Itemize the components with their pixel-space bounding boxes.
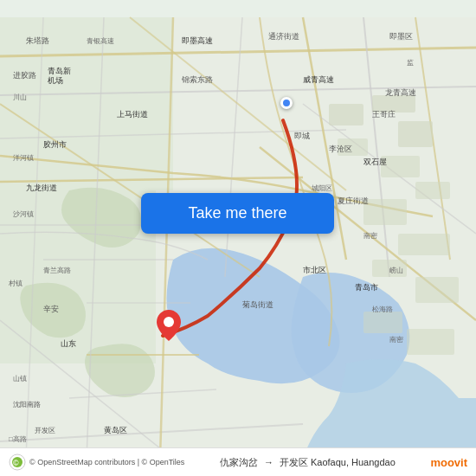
- svg-text:上马街道: 上马街道: [117, 110, 148, 119]
- svg-text:©: ©: [13, 459, 19, 467]
- map-container: 朱塔路 进胶路 川山 青岛新 机场 青银高速 即墨高速 通济街道 即墨区 监 锦…: [0, 0, 476, 476]
- origin-location-pin: [280, 97, 293, 109]
- svg-text:锦索东路: 锦索东路: [181, 75, 213, 84]
- attribution-text: © OpenStreetMap contributors | © OpenTil…: [29, 458, 184, 466]
- svg-rect-32: [398, 234, 450, 255]
- take-me-there-button[interactable]: Take me there: [141, 193, 334, 234]
- svg-text:即墨区: 即墨区: [389, 32, 413, 41]
- svg-text:即城: 即城: [294, 132, 310, 140]
- svg-text:九龙街道: 九龙街道: [26, 183, 57, 192]
- svg-text:□高路: □高路: [9, 435, 27, 443]
- moovit-logo-text: moovit: [430, 456, 467, 469]
- svg-text:朱塔路: 朱塔路: [26, 36, 49, 45]
- svg-text:胶州市: 胶州市: [43, 140, 67, 149]
- svg-rect-30: [415, 182, 450, 199]
- svg-text:监: 监: [407, 59, 414, 67]
- svg-text:即墨高速: 即墨高速: [182, 36, 213, 45]
- svg-text:青岛新: 青岛新: [48, 67, 71, 75]
- svg-text:村镇: 村镇: [8, 280, 23, 287]
- bottom-bar: © © OpenStreetMap contributors | © OpenT…: [0, 447, 476, 476]
- moovit-logo: moovit: [430, 456, 467, 469]
- svg-rect-27: [398, 121, 433, 147]
- svg-rect-35: [363, 312, 402, 333]
- svg-text:菊岛街道: 菊岛街道: [242, 300, 273, 309]
- svg-text:王哥庄: 王哥庄: [372, 110, 396, 119]
- svg-text:洋河镇: 洋河镇: [13, 154, 34, 162]
- svg-text:青兰高路: 青兰高路: [43, 267, 71, 274]
- svg-text:崂山: 崂山: [389, 267, 403, 274]
- map-background: 朱塔路 进胶路 川山 青岛新 机场 青银高速 即墨高速 通济街道 即墨区 监 锦…: [0, 0, 476, 476]
- svg-text:山东: 山东: [61, 339, 76, 348]
- svg-text:南密: 南密: [389, 336, 403, 344]
- svg-text:夏庄街道: 夏庄街道: [338, 196, 369, 205]
- svg-text:辛安: 辛安: [43, 305, 59, 313]
- route-info: 仇家沟岔 → 开发区 Kaofaqu, Huangdao: [220, 456, 396, 469]
- svg-text:进胶路: 进胶路: [13, 71, 36, 80]
- svg-text:青银高速: 青银高速: [87, 37, 114, 45]
- svg-text:沙河镇: 沙河镇: [13, 210, 34, 218]
- destination-pin: [157, 310, 181, 341]
- svg-rect-25: [329, 104, 363, 125]
- route-arrow-icon: →: [264, 457, 273, 467]
- svg-text:双石屋: 双石屋: [363, 158, 387, 166]
- svg-text:黄岛区: 黄岛区: [104, 426, 127, 434]
- svg-text:威青高速: 威青高速: [303, 75, 334, 84]
- svg-text:松海路: 松海路: [372, 306, 393, 313]
- svg-rect-36: [407, 329, 454, 355]
- route-from: 仇家沟岔: [220, 456, 258, 469]
- svg-point-79: [164, 317, 174, 327]
- svg-rect-31: [363, 199, 407, 225]
- svg-text:沈阳南路: 沈阳南路: [13, 401, 41, 408]
- svg-text:山镇: 山镇: [13, 375, 27, 383]
- svg-text:南密: 南密: [363, 232, 377, 240]
- svg-text:机场: 机场: [48, 76, 63, 85]
- svg-text:开发区: 开发区: [35, 427, 55, 434]
- svg-text:通济街道: 通济街道: [268, 32, 299, 41]
- route-to: 开发区 Kaofaqu, Huangdao: [280, 456, 396, 469]
- svg-text:川山: 川山: [13, 93, 27, 101]
- svg-text:市北区: 市北区: [303, 266, 326, 274]
- svg-text:城阳区: 城阳区: [311, 184, 332, 192]
- svg-text:青岛市: 青岛市: [355, 283, 378, 292]
- svg-rect-34: [415, 277, 459, 303]
- svg-text:李沧区: 李沧区: [329, 145, 352, 153]
- svg-text:龙青高速: 龙青高速: [385, 88, 416, 97]
- bottom-attribution: © © OpenStreetMap contributors | © OpenT…: [9, 453, 184, 471]
- osm-logo: ©: [9, 453, 26, 471]
